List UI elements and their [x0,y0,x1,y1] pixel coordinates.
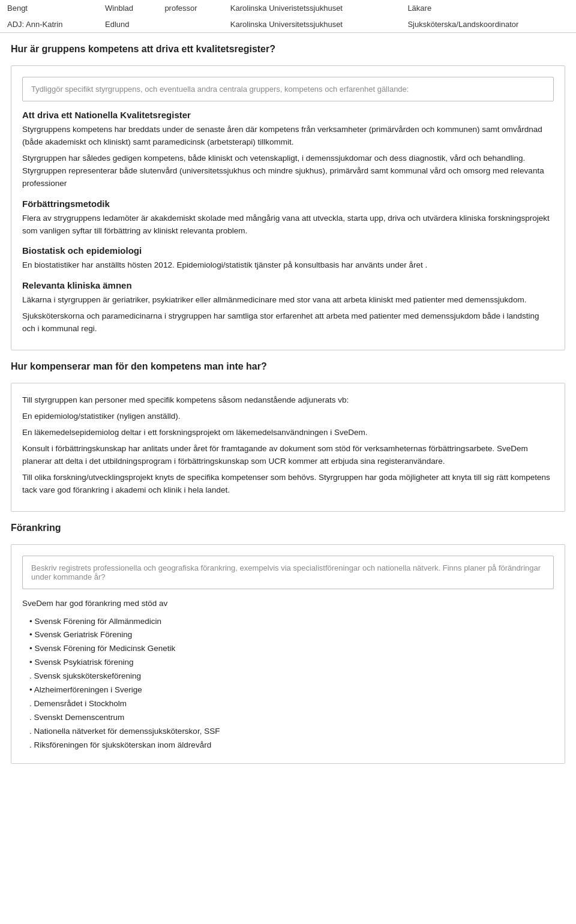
forankring-hint: Beskriv registrets professionella och ge… [22,556,554,589]
list-item: . Demensrådet i Stockholm [22,697,554,711]
header-cell: Edlund [98,16,157,33]
subsection-title: Att driva ett Nationella Kvalitetsregist… [22,110,554,120]
list-item: . Svenskt Demenscentrum [22,711,554,725]
body-paragraph: Flera av strygruppens ledamöter är akakd… [22,212,554,238]
subsection-title: Relevanta kliniska ämnen [22,280,554,290]
body-paragraph: Läkarna i styrgruppen är geriatriker, ps… [22,294,554,307]
list-item: . Nationella nätverket för demenssjukskö… [22,725,554,739]
body-paragraph: Styrgruppen har således gedigen kompeten… [22,152,554,190]
subsection-title: Förbättringsmetodik [22,199,554,209]
header-cell: ADJ: Ann-Katrin [0,16,98,33]
header-cell: professor [157,0,223,16]
header-cell: Sjuksköterska/Landskoordinator [400,16,576,33]
header-table: BengtWinbladprofessorKarolinska Univeris… [0,0,576,33]
list-item: • Svensk Geriatrisk Förening [22,628,554,642]
forankring-section: Beskriv registrets professionella och ge… [11,544,565,764]
body-paragraph: En läkemedelsepidemiolog deltar i ett fo… [22,427,554,439]
header-cell: Winblad [98,0,157,16]
body-paragraph: En biostatistiker har anställts hösten 2… [22,259,554,272]
header-cell: Läkare [400,0,576,16]
body-paragraph: En epidemiolog/statistiker (nyligen anst… [22,410,554,423]
kompensera-section: Till styrgruppen kan personer med specif… [11,383,565,511]
forankring-title: Förankring [11,523,565,533]
body-paragraph: Konsult i förbättringskunskap har anlita… [22,443,554,468]
kompetens-hint: Tydliggör specifikt styrgruppens, och ev… [22,77,554,101]
header-cell: Bengt [0,0,98,16]
header-cell: Karolinska Universitetssjukhuset [223,16,401,33]
body-paragraph: Styrgruppens kompetens har breddats unde… [22,124,554,149]
kompensera-question: Hur kompenserar man för den kompetens ma… [11,361,565,372]
kompetens-question: Hur är gruppens kompetens att driva ett … [11,44,565,55]
list-item: • Svensk Förening för Medicinsk Genetik [22,642,554,656]
subsection-title: Biostatisk och epidemiologi [22,245,554,256]
header-cell: Karolinska Univeristetssjukhuset [223,0,401,16]
header-cell [157,16,223,33]
list-item: • Svensk Psykiatrisk förening [22,656,554,670]
body-paragraph: Till olika forskning/utvecklingsprojekt … [22,472,554,497]
list-item: • Alzheimerföreningen i Sverige [22,683,554,697]
forankring-list: • Svensk Förening för Allmänmedicin• Sve… [22,615,554,752]
body-paragraph: Sjuksköterskorna och paramedicinarna i s… [22,310,554,335]
body-paragraph: Till styrgruppen kan personer med specif… [22,394,554,407]
list-item: . Svensk sjuksköterskeförening [22,670,554,683]
kompetens-section: Tydliggör specifikt styrgruppens, och ev… [11,65,565,350]
list-item: • Svensk Förening för Allmänmedicin [22,615,554,629]
list-item: . Riksföreningen för sjuksköterskan inom… [22,739,554,752]
forankring-intro: SveDem har god förankring med stöd av [22,598,554,610]
